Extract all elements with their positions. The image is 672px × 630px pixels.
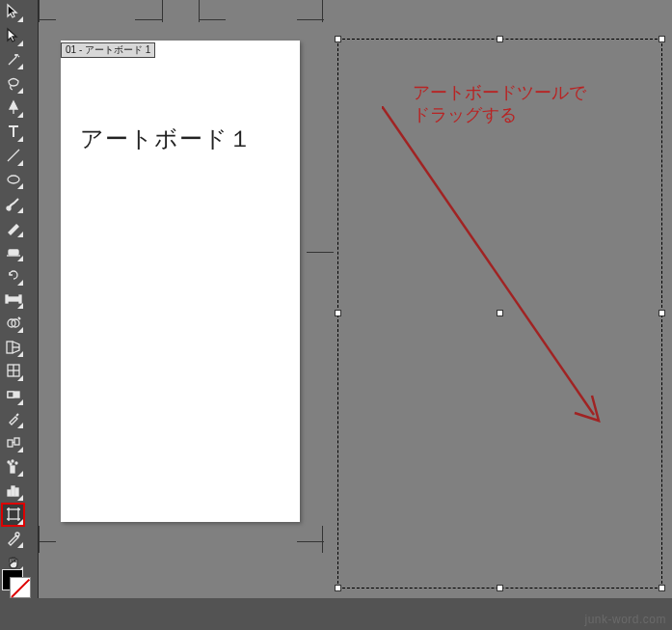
shape-builder-icon [5,315,22,332]
handle-center[interactable] [497,310,503,316]
paintbrush-icon [5,195,22,212]
eyedropper-tool[interactable] [2,408,24,430]
rotate-tool[interactable] [2,264,24,287]
handle-top-middle[interactable] [497,36,503,42]
slice-icon [5,530,22,547]
direct-selection-icon [5,27,22,44]
lasso-icon [5,75,22,93]
svg-rect-22 [11,466,14,473]
svg-rect-8 [6,295,8,303]
artboard-tool[interactable] [2,504,24,526]
column-graph-icon [5,481,22,499]
eyedropper-icon [5,410,22,427]
svg-line-1 [8,150,19,161]
svg-point-3 [7,206,11,210]
ellipse-icon [5,171,22,188]
svg-rect-7 [7,297,20,301]
width-tool[interactable] [2,288,24,311]
magic-wand-tool[interactable] [2,49,24,71]
pencil-tool[interactable] [2,216,24,238]
gradient-tool[interactable] [2,384,24,406]
handle-middle-right[interactable] [659,310,665,316]
shape-builder-tool[interactable] [2,312,24,334]
direct-selection-tool[interactable] [2,25,24,47]
svg-rect-28 [12,486,14,496]
svg-point-25 [15,462,17,464]
symbol-sprayer-icon [5,458,22,476]
type-tool[interactable] [2,121,24,143]
annotation-text: アートボードツールで ドラッグする [413,82,586,127]
line-icon [5,147,22,164]
handle-top-left[interactable] [335,36,341,42]
rotate-icon [5,266,22,284]
svg-rect-27 [8,490,11,496]
svg-point-23 [8,461,10,463]
svg-rect-20 [14,438,19,445]
perspective-grid-icon [5,339,22,356]
artboard-title: アートボード１ [80,123,253,154]
mesh-tool[interactable] [2,360,24,382]
column-graph-tool[interactable] [2,479,24,502]
selection-icon [5,3,22,20]
handle-bottom-right[interactable] [659,585,665,591]
canvas[interactable]: 01 - アートボード 1 アートボード１ アートボードツールで ドラッグする [39,0,672,598]
svg-rect-29 [15,488,18,496]
paintbrush-tool[interactable] [2,192,24,214]
blend-icon [5,434,22,452]
gradient-icon [5,386,22,403]
svg-point-26 [10,463,12,465]
symbol-sprayer-tool[interactable] [2,455,24,478]
selection-tool[interactable] [2,1,24,23]
handle-middle-left[interactable] [335,310,341,316]
svg-point-39 [15,533,19,536]
svg-rect-12 [7,342,13,353]
perspective-grid-tool[interactable] [2,336,24,358]
svg-rect-18 [8,392,13,397]
line-tool[interactable] [2,145,24,167]
pen-icon [5,99,22,117]
watermark: junk-word.com [584,613,666,626]
pencil-icon [5,219,22,236]
svg-point-24 [12,460,13,462]
handle-top-right[interactable] [659,36,665,42]
svg-rect-9 [19,295,21,303]
handle-bottom-middle[interactable] [497,585,503,591]
svg-rect-19 [8,440,13,447]
handle-bottom-left[interactable] [335,585,341,591]
blend-tool[interactable] [2,431,24,453]
stroke-swatch[interactable] [10,577,31,598]
tools-panel[interactable] [0,0,39,598]
artboard-icon [5,506,22,523]
svg-rect-30 [9,509,18,519]
slice-tool[interactable] [2,528,24,550]
pen-tool[interactable] [2,96,24,119]
fill-stroke-swatch[interactable] [2,569,33,600]
artboard-1[interactable] [61,41,300,522]
lasso-tool[interactable] [2,72,24,95]
mesh-icon [5,362,22,379]
ellipse-tool[interactable] [2,169,24,191]
magic-wand-icon [5,51,22,68]
svg-line-21 [13,442,14,443]
eraser-tool[interactable] [2,240,24,262]
eraser-icon [5,242,22,260]
width-icon [5,290,22,308]
svg-rect-5 [9,250,18,255]
artboard-tag: 01 - アートボード 1 [61,42,155,58]
svg-point-2 [8,176,19,183]
type-icon [5,123,22,140]
